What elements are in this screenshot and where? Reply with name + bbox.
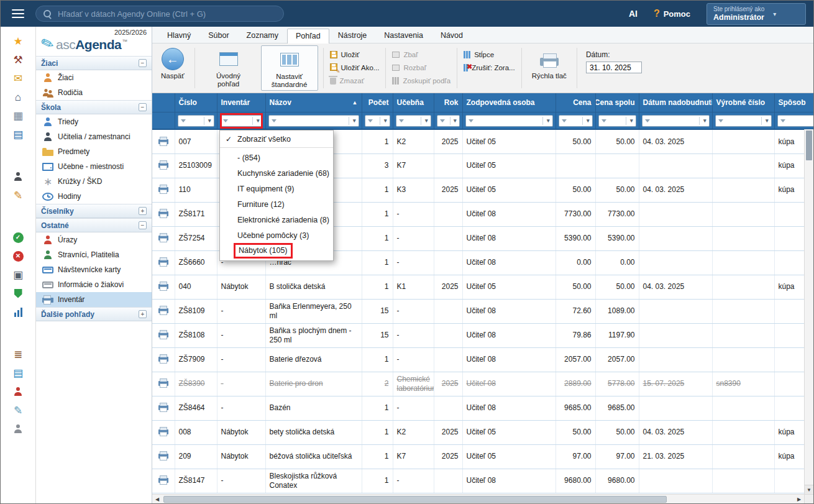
table-row[interactable]: 040NábytokB stolička detská1K12025Učiteľ… bbox=[152, 275, 813, 299]
printer-row-icon[interactable] bbox=[158, 478, 168, 483]
mail-nav-button[interactable]: ✉ bbox=[5, 69, 31, 88]
sidebar-item-inventar[interactable]: Inventár bbox=[36, 292, 152, 307]
filter-zodpovedna-osoba[interactable]: ▾ bbox=[465, 115, 553, 127]
filter-sposob[interactable]: ▾ bbox=[777, 115, 814, 127]
filter-cislo[interactable]: ▾ bbox=[178, 115, 214, 127]
printer-row-icon[interactable] bbox=[158, 381, 168, 386]
group-by-button[interactable]: Zoskupiť podľa bbox=[392, 75, 450, 86]
tab-navod[interactable]: Návod bbox=[432, 28, 472, 43]
sidebar-item-hodiny[interactable]: Hodiny bbox=[36, 189, 152, 204]
quick-print-button[interactable]: Rýchla tlač bbox=[527, 45, 572, 91]
table-row[interactable]: ZŠ7909-Baterie dřezová1-Učiteľ 082057.00… bbox=[152, 347, 813, 372]
printer-row-icon[interactable] bbox=[158, 308, 168, 313]
sidebar-item-informacie-o-ziakovi[interactable]: Informácie o žiakovi bbox=[36, 277, 152, 292]
horizontal-scroll-thumb[interactable] bbox=[163, 496, 667, 503]
printer-row-icon[interactable] bbox=[158, 405, 168, 410]
shield-nav-button[interactable] bbox=[5, 284, 31, 303]
filter-nazov[interactable]: ▾ bbox=[268, 115, 359, 127]
filter-inventar[interactable]: ▾ bbox=[220, 115, 263, 127]
printer-row-icon[interactable] bbox=[158, 236, 168, 241]
sidebar-section-ciselniky[interactable]: Číselníky+ bbox=[36, 204, 152, 218]
column-header-vyrobne-cislo[interactable]: Výrobné číslo bbox=[712, 93, 774, 112]
tab-nastavenia[interactable]: Nastavenia bbox=[375, 28, 432, 43]
save-as-button[interactable]: ✎ Uložiť Ako... bbox=[330, 62, 380, 73]
column-header-datum-nadobudnutia[interactable]: Dátum nadobudnutia bbox=[639, 93, 712, 112]
check-circle-nav-button[interactable]: ✓ bbox=[5, 228, 31, 247]
columns-button[interactable]: Stĺpce bbox=[464, 49, 515, 60]
documents-nav-button[interactable]: ▤ bbox=[5, 364, 31, 382]
column-header-inventar[interactable]: Inventár bbox=[217, 93, 265, 112]
dropdown-item-furniture-12[interactable]: Furniture (12) bbox=[220, 196, 333, 212]
expand-button[interactable]: Rozbaľ bbox=[392, 62, 450, 73]
global-search[interactable] bbox=[35, 6, 284, 22]
sidebar-section-ostatne[interactable]: Ostatné− bbox=[36, 218, 152, 232]
printer-row-icon[interactable] bbox=[158, 429, 168, 434]
chart-nav-button[interactable] bbox=[5, 303, 31, 321]
horizontal-scrollbar[interactable]: ◀ ▶ bbox=[152, 494, 804, 503]
column-header-sposob[interactable]: Spôsob bbox=[774, 93, 813, 112]
school-year[interactable]: 2025/2026 bbox=[40, 27, 148, 36]
sidebar-item-triedy[interactable]: Triedy bbox=[36, 114, 152, 129]
chevron-person-nav-button[interactable] bbox=[5, 419, 31, 438]
dropdown-item-kuchynske-zariadenie-68[interactable]: Kuchynské zariadenie (68) bbox=[220, 165, 333, 181]
hamburger-menu-button[interactable] bbox=[1, 8, 35, 19]
dropdown-item-nabytok-105[interactable]: Nábytok (105) bbox=[220, 243, 333, 259]
dropdown-item-ucebne-pomocky-3[interactable]: Učebné pomôcky (3) bbox=[220, 227, 333, 243]
ai-button[interactable]: AI bbox=[629, 9, 638, 19]
filter-rok[interactable]: ▾ bbox=[437, 115, 460, 127]
tab-nastroje[interactable]: Nástroje bbox=[329, 28, 376, 43]
sidebar-section-ziaci[interactable]: Žiaci− bbox=[36, 56, 152, 70]
scroll-right-button[interactable]: ▶ bbox=[794, 495, 804, 503]
collapse-button[interactable]: Zbaľ bbox=[392, 49, 450, 60]
delete-button[interactable]: Zmazať bbox=[330, 75, 380, 86]
column-header-ucebna[interactable]: Učebňa bbox=[393, 93, 434, 112]
sidebar-item-stravnici-platitelia[interactable]: Stravníci, Platitelia bbox=[36, 247, 152, 262]
sidebar-item-predmety[interactable]: Predmety bbox=[36, 144, 152, 159]
scroll-down-button[interactable]: ▼ bbox=[805, 485, 813, 494]
back-button[interactable]: ← Naspäť bbox=[156, 45, 190, 91]
help-button[interactable]: ? Pomoc bbox=[654, 8, 690, 19]
sidebar-item-urazy[interactable]: Úrazy bbox=[36, 232, 152, 247]
home-view-button[interactable]: Úvodný pohľad bbox=[200, 45, 257, 91]
column-header-pocet[interactable]: Počet bbox=[362, 93, 393, 112]
collapse-section-icon[interactable]: − bbox=[139, 103, 147, 111]
user-menu[interactable]: Ste prihlásený ako Administrátor ▾ bbox=[707, 3, 806, 25]
expand-section-icon[interactable]: + bbox=[139, 207, 147, 215]
sidebar-item-ziaci[interactable]: Žiaci bbox=[36, 70, 152, 85]
filter-vyrobne-cislo[interactable]: ▾ bbox=[715, 115, 772, 127]
printer-row-icon[interactable] bbox=[158, 284, 168, 289]
printer-row-icon[interactable] bbox=[158, 163, 168, 168]
table-row[interactable]: 008Nábytokbety stolička detská1K22025Uči… bbox=[152, 420, 813, 444]
home-nav-button[interactable]: ⌂ bbox=[5, 88, 31, 106]
printer-row-icon[interactable] bbox=[158, 454, 168, 459]
calendar-edit-nav-button[interactable]: ✎ bbox=[5, 186, 31, 204]
column-header-zodpovedna-osoba[interactable]: Zodpovedná osoba bbox=[462, 93, 556, 112]
sidebar-item-ucitelia-zamestnanci[interactable]: Učitelia / zamestnanci bbox=[36, 129, 152, 144]
tab-subor[interactable]: Súbor bbox=[199, 28, 237, 43]
search-input[interactable] bbox=[57, 9, 276, 19]
dropdown-item-elektronicke-zariadenia-8[interactable]: Elektronické zariadenia (8) bbox=[220, 212, 333, 227]
sidebar-item-rodicia[interactable]: Rodičia bbox=[36, 85, 152, 100]
dropdown-item-854[interactable]: - (854) bbox=[220, 150, 333, 165]
library-nav-button[interactable]: ≣ bbox=[5, 345, 31, 364]
gradebook-nav-button[interactable]: ▤ bbox=[5, 125, 31, 144]
column-header-nazov[interactable]: Názov▲ bbox=[265, 93, 362, 112]
tab-hlavny[interactable]: Hlavný bbox=[158, 28, 199, 43]
sidebar-item-ucebne-miestnosti[interactable]: Učebne - miestnosti bbox=[36, 159, 152, 174]
expand-section-icon[interactable]: + bbox=[139, 310, 147, 318]
printer-row-icon[interactable] bbox=[158, 139, 168, 144]
date-input[interactable] bbox=[586, 62, 642, 73]
column-header-cena[interactable]: Cena bbox=[556, 93, 595, 112]
column-header-cislo[interactable]: Číslo bbox=[175, 93, 217, 112]
briefcase-nav-button[interactable]: ▣ bbox=[5, 265, 31, 284]
set-default-button[interactable]: Nastaviť štandardné bbox=[261, 45, 318, 91]
table-row[interactable]: ZŠ8109-Baňka Erlenmeyera, 250 ml15-Učite… bbox=[152, 299, 813, 323]
favorites-star-nav-button[interactable]: ★ bbox=[5, 32, 31, 50]
tools-nav-button[interactable]: ⚒ bbox=[5, 50, 31, 69]
printer-row-icon[interactable] bbox=[158, 332, 168, 337]
filter-datum-nadobudnutia[interactable]: ▾ bbox=[642, 115, 710, 127]
timetable-nav-button[interactable]: ▦ bbox=[5, 106, 31, 125]
sidebar-section-dalsie-pohlady[interactable]: Ďalšie pohľady+ bbox=[36, 307, 152, 321]
tab-pohlad[interactable]: Pohľad bbox=[287, 29, 329, 44]
table-row[interactable]: ZŠ8108-Baňka s plochým dnem - 250 ml15-U… bbox=[152, 323, 813, 347]
